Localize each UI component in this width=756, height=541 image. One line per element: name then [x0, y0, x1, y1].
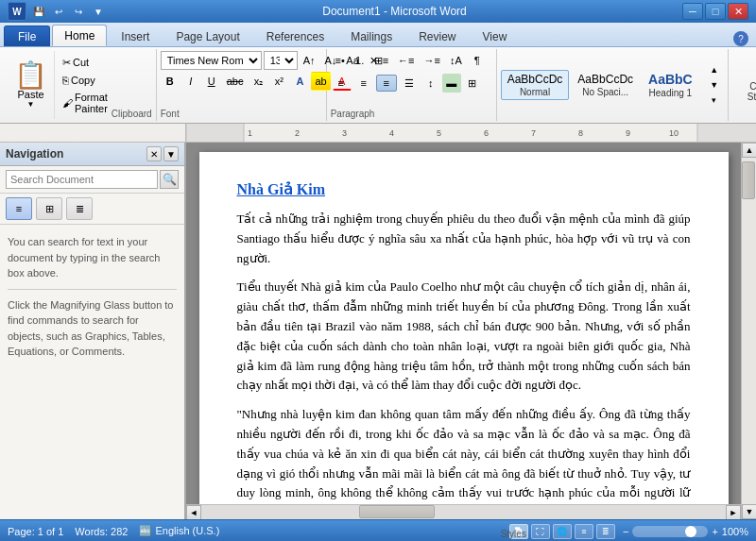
title-bar: W 💾 ↩ ↪ ▼ Document1 - Microsoft Word ─ □… — [0, 0, 756, 23]
align-center-button[interactable]: ≡ — [353, 75, 374, 92]
redo-quick-btn[interactable]: ↪ — [70, 3, 87, 20]
sort-button[interactable]: ↕A — [446, 51, 466, 70]
zoom-slider-thumb[interactable] — [685, 526, 696, 537]
change-styles-button[interactable]: Ą ChangeStyles ▼ — [744, 51, 756, 106]
format-painter-button[interactable]: 🖌 Format Painter — [59, 90, 112, 116]
tab-references[interactable]: References — [254, 25, 336, 46]
clipboard-group-label: Clipboard — [112, 107, 152, 119]
paste-dropdown[interactable]: ▼ — [27, 100, 35, 109]
full-screen-view-button[interactable]: ⛶ — [531, 524, 550, 539]
scroll-left-button[interactable]: ◄ — [186, 505, 201, 520]
tab-view[interactable]: View — [471, 25, 520, 46]
font-group-label: Font — [161, 107, 180, 119]
scroll-right-button[interactable]: ► — [726, 505, 741, 520]
copy-button[interactable]: ⎘ Copy — [59, 73, 112, 88]
styles-more[interactable]: ▾ — [705, 93, 724, 107]
style-normal[interactable]: AaBbCcDc Normal — [501, 70, 570, 99]
vertical-scroll-track[interactable] — [742, 158, 756, 504]
svg-text:10: 10 — [669, 128, 679, 138]
quick-access-dropdown-btn[interactable]: ▼ — [90, 3, 107, 20]
nav-dropdown-button[interactable]: ▼ — [163, 146, 179, 161]
cut-icon: ✂ — [62, 57, 71, 69]
scroll-down-button[interactable]: ▼ — [742, 504, 756, 519]
ruler-svg: 1 2 3 4 5 6 7 8 9 10 — [187, 124, 756, 142]
show-hide-button[interactable]: ¶ — [468, 51, 487, 70]
style-no-spacing[interactable]: AaBbCcDc No Spaci... — [571, 70, 640, 99]
search-magnifier-button[interactable]: 🔍 — [160, 170, 179, 189]
styles-group: AaBbCcDc Normal AaBbCcDc No Spaci... AaB… — [497, 49, 729, 121]
nav-pages-view-button[interactable]: ⊞ — [36, 197, 62, 220]
zoom-out-button[interactable]: − — [623, 526, 628, 537]
font-controls: Times New Rom 13 A↑ A↓ Aa ✕ B I U abc x₂ — [161, 51, 322, 107]
scroll-up-button[interactable]: ▲ — [742, 143, 756, 158]
tab-mailings[interactable]: Mailings — [338, 25, 404, 46]
undo-quick-btn[interactable]: ↩ — [50, 3, 67, 20]
font-size-select[interactable]: 13 — [264, 51, 298, 70]
maximize-button[interactable]: □ — [705, 3, 726, 20]
align-left-button[interactable]: ≡ — [331, 75, 352, 92]
borders-button[interactable]: ⊞ — [463, 74, 482, 93]
paste-button[interactable]: 📋 Paste ▼ — [8, 51, 54, 119]
paragraph-group-label: Paragraph — [331, 107, 375, 119]
minimize-button[interactable]: ─ — [682, 3, 703, 20]
nav-close-button[interactable]: ✕ — [146, 146, 162, 161]
subscript-button[interactable]: x₂ — [249, 72, 267, 91]
horizontal-scroll-thumb[interactable] — [359, 505, 435, 518]
superscript-button[interactable]: x² — [269, 72, 288, 91]
tab-file[interactable]: File — [4, 25, 50, 46]
bold-button[interactable]: B — [161, 72, 180, 91]
ribbon-tab-list: File Home Insert Page Layout References … — [0, 23, 756, 47]
font-name-select[interactable]: Times New Rom — [161, 51, 262, 70]
style-heading1-preview: AaBbC — [648, 72, 693, 88]
nav-results-view-button[interactable]: ≣ — [66, 197, 93, 220]
help-button[interactable]: ? — [733, 31, 748, 46]
navigation-title: Navigation — [6, 147, 63, 161]
style-normal-name: Normal — [520, 87, 550, 97]
draft-view-button[interactable]: ≣ — [596, 524, 615, 539]
shading-button[interactable]: ▬ — [442, 74, 461, 93]
main-area: Navigation ✕ ▼ 🔍 ≡ ⊞ ≣ You can search fo… — [0, 143, 756, 519]
svg-text:3: 3 — [342, 128, 347, 138]
horizontal-scroll-track[interactable] — [201, 505, 726, 519]
document-viewport[interactable]: Nhà Giả Kim Tất cả những trải nghiệm tro… — [186, 143, 741, 504]
styles-scroll-down[interactable]: ▼ — [705, 78, 724, 92]
tab-review[interactable]: Review — [406, 25, 468, 46]
decrease-indent-button[interactable]: ←≡ — [394, 51, 418, 70]
zoom-slider[interactable] — [632, 526, 708, 537]
tab-page-layout[interactable]: Page Layout — [163, 25, 251, 46]
justify-button[interactable]: ☰ — [399, 75, 420, 92]
bullets-button[interactable]: ≡• — [331, 51, 350, 70]
tab-home[interactable]: Home — [52, 25, 107, 46]
align-right-button[interactable]: ≡ — [376, 75, 397, 92]
strikethrough-button[interactable]: abc — [223, 72, 248, 91]
font-group: Times New Rom 13 A↑ A↓ Aa ✕ B I U abc x₂ — [157, 49, 327, 121]
close-button[interactable]: ✕ — [728, 3, 748, 20]
underline-button[interactable]: U — [202, 72, 221, 91]
style-heading1[interactable]: AaBbC Heading 1 — [642, 69, 699, 101]
save-quick-btn[interactable]: 💾 — [30, 3, 47, 20]
search-box-area: 🔍 — [0, 166, 184, 194]
multilevel-list-button[interactable]: ⊞≡ — [370, 51, 392, 70]
web-layout-view-button[interactable]: 🌐 — [553, 524, 572, 539]
document-page: Nhà Giả Kim Tất cả những trải nghiệm tro… — [199, 152, 729, 504]
search-input[interactable] — [6, 170, 158, 189]
format-painter-icon: 🖌 — [62, 97, 73, 109]
styles-scroll-up[interactable]: ▲ — [705, 63, 724, 76]
horizontal-scrollbar: ◄ ► — [186, 504, 741, 519]
grow-font-button[interactable]: A↑ — [300, 51, 319, 70]
tab-insert[interactable]: Insert — [109, 25, 162, 46]
line-spacing-button[interactable]: ↕ — [421, 74, 440, 93]
vertical-scrollbar: ▲ ▼ — [741, 143, 756, 519]
vertical-scroll-thumb[interactable] — [742, 161, 755, 199]
horizontal-ruler: 1 2 3 4 5 6 7 8 9 10 — [186, 124, 756, 142]
copy-label: Copy — [71, 75, 95, 86]
style-no-spacing-preview: AaBbCcDc — [577, 73, 633, 86]
zoom-in-button[interactable]: + — [712, 526, 717, 537]
nav-headings-view-button[interactable]: ≡ — [6, 197, 32, 220]
numbering-button[interactable]: 1. — [351, 51, 369, 70]
text-effects-button[interactable]: A — [290, 72, 309, 91]
cut-button[interactable]: ✂ Cut — [59, 55, 112, 71]
outline-view-button[interactable]: ≡ — [575, 524, 593, 539]
italic-button[interactable]: I — [181, 72, 200, 91]
increase-indent-button[interactable]: →≡ — [421, 51, 444, 70]
